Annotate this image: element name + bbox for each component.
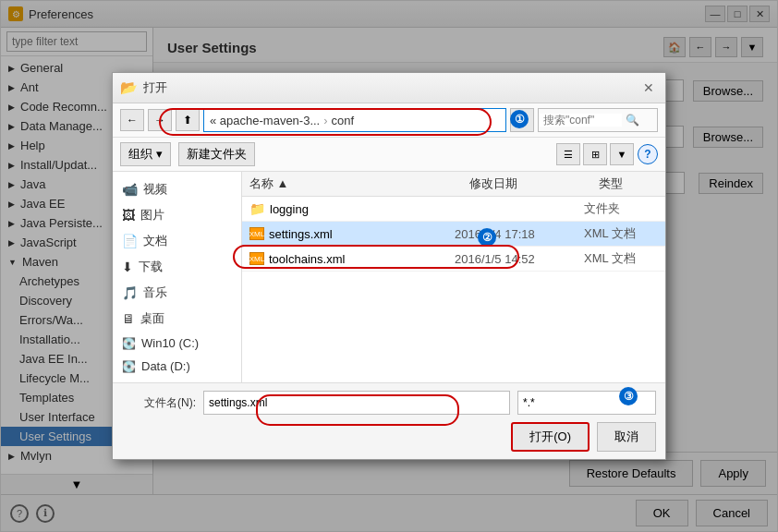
sidebar-drive-c[interactable]: 💽 Win10 (C:)	[113, 332, 241, 355]
file-dialog-overlay: ① ② ③ 📂 打开 ✕ ← → ⬆	[1, 1, 777, 531]
file-item-settings[interactable]: XML settings.xml 2016/3/4 17:18 XML 文档	[242, 222, 665, 247]
sidebar-desktop-label: 桌面	[140, 310, 164, 327]
file-date-toolchains: 2016/1/5 14:52	[455, 252, 584, 266]
dialog-folder-icon: 📂	[120, 79, 138, 96]
sidebar-downloads-label: 下载	[139, 259, 163, 275]
footer-filename-row: 文件名(N):	[122, 391, 656, 415]
file-dialog: ① ② ③ 📂 打开 ✕ ← → ⬆	[112, 72, 666, 460]
dialog-close-button[interactable]: ✕	[639, 79, 658, 97]
sidebar-music[interactable]: 🎵 音乐	[113, 280, 241, 306]
view-list-button[interactable]: ☰	[556, 143, 580, 165]
view-dropdown-button[interactable]: ▼	[610, 143, 634, 165]
sidebar-music-label: 音乐	[143, 284, 167, 301]
dialog-titlebar: 📂 打开 ✕	[113, 73, 665, 103]
drive-d-icon: 💽	[122, 360, 136, 373]
file-date-settings: 2016/3/4 17:18	[455, 227, 584, 241]
sidebar-desktop[interactable]: 🖥 桌面	[113, 306, 241, 332]
dialog-open-button[interactable]: 打开(O)	[511, 422, 590, 452]
file-name-logging: logging	[270, 202, 309, 216]
file-item-logging[interactable]: 📁 logging 文件夹	[242, 197, 665, 222]
music-icon: 🎵	[122, 285, 138, 300]
file-item-toolchains[interactable]: XML toolchains.xml 2016/1/5 14:52 XML 文档	[242, 247, 665, 272]
dialog-up-button[interactable]: ⬆	[176, 109, 200, 131]
sidebar-documents[interactable]: 📄 文档	[113, 228, 241, 254]
view-buttons: ☰ ⊞ ▼	[556, 143, 634, 165]
video-icon: 📹	[122, 182, 138, 197]
search-icon: 🔍	[622, 114, 643, 127]
filename-label: 文件名(N):	[122, 395, 196, 411]
preferences-window: ⚙ Preferences — □ ✕ General Ant Code Rec…	[0, 0, 778, 532]
dialog-back-button[interactable]: ←	[120, 109, 144, 131]
dialog-forward-button[interactable]: →	[148, 109, 172, 131]
file-type-logging: 文件夹	[584, 200, 658, 217]
folder-icon-logging: 📁	[249, 201, 265, 216]
sidebar-documents-label: 文档	[143, 233, 167, 249]
view-grid-button[interactable]: ⊞	[583, 143, 607, 165]
dialog-path-bar[interactable]: « apache-maven-3... › conf	[203, 108, 506, 132]
dialog-sub-toolbar: 组织 ▾ 新建文件夹 ☰ ⊞ ▼ ?	[113, 138, 665, 172]
path-segment-1: « apache-maven-3...	[210, 114, 320, 127]
path-segment-2: conf	[332, 114, 355, 127]
file-list-header: 名称 ▲ 修改日期 类型	[242, 172, 665, 197]
path-segments: « apache-maven-3... › conf	[210, 114, 354, 127]
file-type-toolchains: XML 文档	[584, 250, 658, 267]
filename-input[interactable]	[203, 391, 510, 415]
organize-button[interactable]: 组织 ▾	[120, 142, 171, 166]
sidebar-drive-d[interactable]: 💽 Data (D:)	[113, 355, 241, 378]
file-name-settings: settings.xml	[269, 227, 333, 241]
downloads-icon: ⬇	[122, 260, 133, 274]
dialog-body: 📹 视频 🖼 图片 📄 文档 ⬇ 下载	[113, 172, 665, 382]
drive-c-icon: 💽	[122, 337, 136, 350]
dialog-refresh-button[interactable]: ⟳	[510, 108, 534, 132]
sidebar-drive-c-label: Win10 (C:)	[141, 336, 199, 350]
dialog-title-text: 打开	[143, 79, 167, 96]
file-name-toolchains: toolchains.xml	[269, 252, 345, 266]
col-name[interactable]: 名称 ▲	[242, 172, 462, 196]
desktop-icon: 🖥	[122, 311, 135, 326]
dialog-toolbar: ← → ⬆ « apache-maven-3... › conf ⟳ 🔍	[113, 103, 665, 138]
file-type-settings: XML 文档	[584, 225, 658, 242]
sidebar-pictures[interactable]: 🖼 图片	[113, 202, 241, 228]
documents-icon: 📄	[122, 234, 138, 248]
dialog-search-input[interactable]	[539, 114, 622, 127]
dialog-file-list: 名称 ▲ 修改日期 类型 📁 logging 文件夹	[242, 172, 665, 382]
sidebar-videos[interactable]: 📹 视频	[113, 176, 241, 202]
dialog-cancel-button[interactable]: 取消	[597, 422, 656, 452]
organize-label: 组织 ▾	[128, 146, 163, 163]
filetype-input[interactable]	[517, 391, 656, 415]
col-type[interactable]: 类型	[591, 172, 665, 196]
xml-icon-settings: XML	[249, 227, 264, 240]
dialog-sidebar: 📹 视频 🖼 图片 📄 文档 ⬇ 下载	[113, 172, 242, 382]
dialog-footer: 文件名(N): 打开(O) 取消	[113, 382, 665, 459]
dialog-action-buttons: 打开(O) 取消	[122, 422, 656, 452]
file-list-scroll: 📁 logging 文件夹 XML settings.xml	[242, 197, 665, 272]
path-separator: ›	[323, 114, 327, 127]
dialog-title-left: 📂 打开	[120, 79, 167, 96]
dialog-help-button[interactable]: ?	[638, 144, 658, 164]
xml-icon-toolchains: XML	[249, 252, 264, 265]
sidebar-videos-label: 视频	[143, 181, 167, 198]
sidebar-downloads[interactable]: ⬇ 下载	[113, 254, 241, 280]
sidebar-pictures-label: 图片	[140, 207, 164, 224]
sidebar-drive-d-label: Data (D:)	[141, 359, 190, 373]
col-date[interactable]: 修改日期	[462, 172, 591, 196]
new-folder-button[interactable]: 新建文件夹	[178, 142, 255, 166]
pictures-icon: 🖼	[122, 208, 135, 223]
dialog-search-bar: 🔍	[538, 108, 658, 132]
